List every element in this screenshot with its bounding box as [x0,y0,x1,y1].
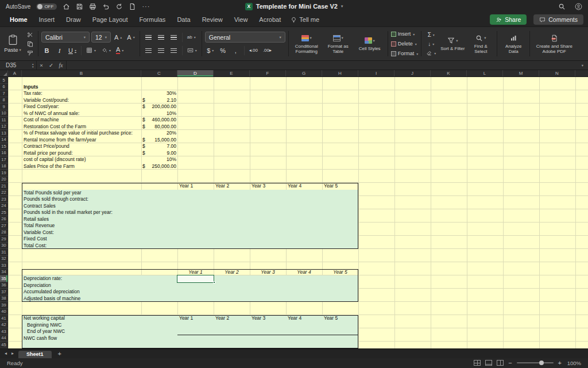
autosave-toggle[interactable]: OFF [36,3,57,10]
sheet-nav-right-icon[interactable]: ▸ [11,351,14,356]
cut-button[interactable] [25,30,35,39]
underline-button[interactable]: U▾ [67,45,78,56]
insert-cells-button[interactable]: Insert▾ [391,30,419,38]
zoom-in-button[interactable]: + [558,359,562,366]
zoom-slider-knob[interactable] [539,361,544,365]
align-right-button[interactable] [168,45,179,56]
cell-H34[interactable]: Year 5 [322,269,358,276]
row-header-24[interactable]: 24 [0,203,8,210]
column-header-I[interactable]: I [358,70,394,76]
row-header-5[interactable]: 5 [0,77,8,84]
cell-B37[interactable]: Accumulated depreciation [24,289,80,296]
row-header-7[interactable]: 7 [0,90,8,97]
cell-C7[interactable]: 30% [141,90,177,97]
zoom-slider[interactable] [517,362,554,363]
cell-B23[interactable]: Pounds sold through contract: [24,196,88,203]
refresh-icon[interactable] [115,3,123,10]
cell-D41[interactable]: Year 1 [177,315,214,322]
row-header-37[interactable]: 37 [0,289,8,296]
cell-C10[interactable]: 10% [141,110,177,117]
percent-style-button[interactable]: % [218,45,229,56]
tab-home[interactable]: Home [5,15,33,24]
align-bottom-button[interactable] [168,32,179,43]
page-break-view-button[interactable] [497,360,504,366]
tell-me[interactable]: Tell me [291,16,319,23]
save-icon[interactable] [76,3,83,10]
column-header-A[interactable]: A [8,70,22,76]
row-header-42[interactable]: 42 [0,322,8,329]
cell-C15[interactable]: $7.00 [141,143,177,150]
cell-B30[interactable]: Total Cost: [24,243,47,250]
column-header-K[interactable]: K [431,70,467,76]
row-header-10[interactable]: 10 [0,110,8,117]
borders-button[interactable]: ▾ [84,45,98,56]
cell-C9[interactable]: $200,000.00 [141,103,177,110]
insert-function-button[interactable]: fx [56,61,66,70]
increase-decimal-button[interactable]: ◂.00 [247,45,260,56]
cell-B38[interactable]: Adjusted basis of machine [24,296,80,302]
column-header-C[interactable]: C [141,70,177,76]
row-header-28[interactable]: 28 [0,229,8,236]
search-icon[interactable] [558,3,566,10]
document-title[interactable]: Templeate for Mini Case V2 [256,3,338,10]
cell-B29[interactable]: Fixed Cost [24,236,47,243]
font-color-button[interactable]: A▾ [114,45,125,56]
row-header-39[interactable]: 39 [0,302,8,309]
sheet-tab-sheet1[interactable]: Sheet1 [18,351,52,358]
column-header-L[interactable]: L [467,70,503,76]
merge-center-button[interactable]: ▾ [185,45,199,56]
row-header-27[interactable]: 27 [0,223,8,229]
align-center-button[interactable] [156,45,167,56]
row-header-41[interactable]: 41 [0,315,8,322]
column-header-B[interactable]: B [22,70,141,76]
cell-F34[interactable]: Year 3 [250,269,286,276]
italic-button[interactable]: I [54,45,65,56]
row-header-9[interactable]: 9 [0,103,8,110]
cell-B10[interactable]: % of NWC of annual sale: [24,110,79,117]
tab-data[interactable]: Data [172,15,195,24]
row-header-23[interactable]: 23 [0,196,8,203]
bold-button[interactable]: B [41,45,52,56]
cell-C14[interactable]: $15,000.00 [141,137,177,144]
cell-C16[interactable]: $9.00 [141,150,177,157]
row-header-25[interactable]: 25 [0,209,8,216]
cell-H21[interactable]: Year 5 [322,183,358,190]
sort-filter-button[interactable]: ▾ Sort & Filter [439,36,466,52]
row-header-15[interactable]: 15 [0,143,8,150]
cell-C11[interactable]: $460,000.00 [141,117,177,124]
cell-H41[interactable]: Year 5 [322,315,358,322]
cell-B6[interactable]: Inputs [24,84,38,91]
sheet-nav-left-icon[interactable]: ◂ [5,351,7,356]
row-header-21[interactable]: 21 [0,183,8,190]
cell-B14[interactable]: Rental Income from the farm/year [24,137,96,144]
cell-B43[interactable]: End of year NWC [24,328,65,335]
find-select-button[interactable]: ▾ Find & Select [467,33,494,55]
cell-E34[interactable]: Year 2 [214,269,250,276]
row-header-17[interactable]: 17 [0,156,8,163]
cell-E41[interactable]: Year 2 [214,315,250,322]
cell-D21[interactable]: Year 1 [177,183,214,190]
delete-cells-button[interactable]: Delete▾ [391,40,419,48]
clear-button[interactable]: ▾ [424,49,438,57]
row-header-16[interactable]: 16 [0,150,8,157]
font-name-select[interactable]: Calibri▾ [41,32,90,43]
share-button[interactable]: Share [490,14,527,25]
row-header-33[interactable]: 33 [0,262,8,269]
name-box[interactable]: D35 [0,62,30,68]
row-header-18[interactable]: 18 [0,163,8,170]
cell-B11[interactable]: Cost of machine [24,117,59,124]
row-header-20[interactable]: 20 [0,177,8,183]
home-icon[interactable] [63,3,70,10]
column-header-J[interactable]: J [394,70,431,76]
font-size-select[interactable]: 12▾ [91,32,111,43]
cell-B12[interactable]: Restoration Cost of the Farm [24,124,86,131]
normal-view-button[interactable] [474,360,481,366]
new-document-icon[interactable] [129,3,136,10]
tab-insert[interactable]: Insert [34,15,60,24]
row-header-34[interactable]: 34 [0,269,8,276]
row-header-40[interactable]: 40 [0,309,8,316]
select-all-button[interactable] [0,70,8,76]
format-cells-button[interactable]: Format▾ [391,50,419,57]
cell-B36[interactable]: Depreciation [24,282,51,289]
cell-B26[interactable]: Retail sales [24,216,49,223]
